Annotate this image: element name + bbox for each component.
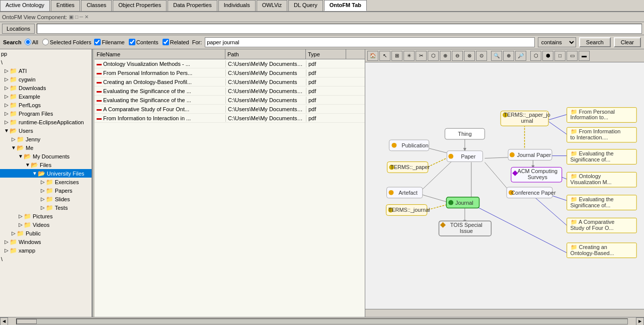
file-list-header: FileName Path Type: [95, 49, 365, 59]
locations-label[interactable]: Locations: [2, 24, 35, 34]
graph-btn-tool6[interactable]: ⊙: [476, 51, 487, 61]
graph-btn-export1[interactable]: ⬡: [530, 51, 541, 61]
pdf-icon: ▬: [97, 88, 102, 94]
graph-btn-view2[interactable]: ▭: [567, 51, 578, 61]
radio-all[interactable]: All: [25, 39, 38, 45]
graph-toolbar: 🏠 ↖ ⊞ ✳ ✂ ⬡ ⊕ ⊖ ⊗ ⊙ 🔍 ⊕ 🔎 ⬡ ⬢ □ ▭ ▬: [365, 49, 644, 62]
graph-btn-view1[interactable]: □: [554, 51, 566, 61]
tab-dl-query[interactable]: DL Query: [288, 0, 323, 11]
tree-item-jenny[interactable]: ▷ 📁 Jenny: [0, 135, 92, 143]
table-row[interactable]: ▬ A Comparative Study of Four Ont... C:\…: [95, 105, 365, 114]
check-related[interactable]: Related: [163, 39, 189, 45]
table-row[interactable]: ▬ Ontology Visualization Methods - ... C…: [95, 59, 365, 68]
tab-owlviz[interactable]: OWLViz: [257, 0, 287, 11]
svg-point-29: [510, 152, 515, 157]
svg-text:TERMS::_paper_jo: TERMS::_paper_jo: [504, 112, 550, 118]
table-row[interactable]: ▬ Evaluating the Significance of the ...…: [95, 96, 365, 105]
check-contents[interactable]: Contents: [129, 39, 158, 45]
svg-text:Publication: Publication: [401, 142, 428, 148]
contains-select[interactable]: contains starts with ends with equals: [538, 37, 576, 47]
tree-item-papers[interactable]: ▷ 📁 Papers: [0, 186, 92, 195]
tree-item-program-files[interactable]: ▷ 📁 Program Files: [0, 109, 92, 118]
table-row[interactable]: ▬ From Information to Interaction in ...…: [95, 114, 365, 123]
table-row[interactable]: ▬ Evaluating the Significance of the ...…: [95, 87, 365, 96]
radio-selected-folders[interactable]: Selected Folders: [42, 39, 92, 45]
scrollbar-track[interactable]: [16, 318, 628, 324]
file-list-panel: FileName Path Type ▬ Ontology Visualizat…: [95, 49, 365, 317]
check-filename[interactable]: Filename: [94, 39, 124, 45]
file-tree-panel: pp \ ▷ 📁 ATI ▷ 📁 cygwin ▷ 📁 Downloads ▷: [0, 49, 92, 317]
tree-item-me[interactable]: ▼ 📂 Me: [0, 143, 92, 152]
graph-btn-tool4[interactable]: ⊖: [452, 51, 463, 61]
tree-item-videos[interactable]: ▷ 📁 Videos: [0, 220, 92, 229]
tab-entities[interactable]: Entities: [51, 0, 80, 11]
tree-item-ati[interactable]: ▷ 📁 ATI: [0, 66, 92, 75]
graph-btn-tool3[interactable]: ⊕: [440, 51, 451, 61]
scroll-left-arrow[interactable]: ◀: [0, 317, 8, 326]
tree-item-files[interactable]: ▼ 📂 Files: [0, 160, 92, 169]
tab-object-properties[interactable]: Object Properties: [113, 0, 167, 11]
tab-individuals[interactable]: Individuals: [218, 0, 256, 11]
table-row[interactable]: ▬ Creating an Ontology-Based Profil... C…: [95, 77, 365, 87]
graph-area[interactable]: Thing Publication Paper Journal Paper: [365, 62, 644, 309]
tab-ontofm[interactable]: OntoFM Tab: [324, 0, 367, 11]
top-bar: OntoFM View Component: ▣ □ ─ ✕: [0, 12, 644, 22]
tree-item-xampp[interactable]: ▷ 📁 xampp: [0, 246, 92, 255]
tree-item-windows[interactable]: ▷ 📁 Windows: [0, 237, 92, 246]
tree-item-downloads[interactable]: ▷ 📁 Downloads: [0, 84, 92, 92]
pdf-icon: ▬: [97, 115, 102, 121]
tab-bar: Active Ontology Entities Classes Object …: [0, 0, 644, 12]
tree-item-pp[interactable]: pp: [0, 49, 92, 58]
svg-text:Surveys: Surveys: [528, 174, 548, 180]
tree-item-perflogs[interactable]: ▷ 📁 PerfLogs: [0, 101, 92, 109]
search-button[interactable]: Search: [579, 37, 611, 47]
tab-classes[interactable]: Classes: [81, 0, 112, 11]
tree-item-runtime[interactable]: ▷ 📁 runtime-EclipseApplication: [0, 118, 92, 126]
tree-item-public[interactable]: ▷ 📁 Public: [0, 229, 92, 237]
graph-btn-home[interactable]: 🏠: [367, 51, 378, 61]
svg-text:ACM Computing: ACM Computing: [517, 168, 557, 174]
pdf-icon: ▬: [97, 70, 102, 75]
pdf-icon: ▬: [97, 79, 102, 85]
graph-btn-zoom-out[interactable]: 🔎: [515, 51, 526, 61]
svg-text:Paper: Paper: [461, 153, 475, 159]
svg-text:Visualization M...: Visualization M...: [571, 179, 612, 185]
tree-item-university-files[interactable]: ▼ 📂 University Files: [0, 169, 92, 178]
graph-btn-tool1[interactable]: ✂: [416, 51, 427, 61]
tree-item-example[interactable]: ▷ 📁 Example: [0, 92, 92, 101]
svg-point-26: [448, 154, 453, 159]
tab-data-properties[interactable]: Data Properties: [168, 0, 217, 11]
tree-item-cygwin[interactable]: ▷ 📁 cygwin: [0, 75, 92, 84]
graph-btn-zoom-in[interactable]: 🔍: [491, 51, 502, 61]
graph-btn-view3[interactable]: ▬: [579, 51, 590, 61]
graph-btn-tool2[interactable]: ⬡: [428, 51, 439, 61]
scrollbar-thumb[interactable]: [17, 319, 37, 324]
tree-item-pictures[interactable]: ▷ 📁 Pictures: [0, 212, 92, 220]
tree-item-my-documents[interactable]: ▼ 📂 My Documents: [0, 152, 92, 160]
scroll-right-arrow[interactable]: ▶: [636, 317, 644, 326]
graph-btn-layout2[interactable]: ✳: [404, 51, 415, 61]
graph-btn-layout1[interactable]: ⊞: [391, 51, 403, 61]
tree-item-backslash-2[interactable]: \: [0, 255, 92, 263]
tree-item-exercises[interactable]: ▷ 📁 Exercises: [0, 178, 92, 186]
svg-text:Ontology-Based...: Ontology-Based...: [571, 250, 614, 256]
graph-status-bar: [365, 309, 644, 317]
svg-text:Study of Four O...: Study of Four O...: [571, 225, 614, 231]
tree-item-backslash-1[interactable]: \: [0, 58, 92, 66]
tab-active-ontology[interactable]: Active Ontology: [0, 0, 50, 11]
tree-item-slides[interactable]: ▷ 📁 Slides: [0, 195, 92, 203]
clear-button[interactable]: Clear: [614, 37, 641, 47]
tree-item-tests[interactable]: ▷ 📁 Tests: [0, 203, 92, 212]
graph-btn-zoom-fit[interactable]: ⊕: [503, 51, 514, 61]
table-row[interactable]: ▬ From Personal Information to Pers... C…: [95, 68, 365, 77]
graph-btn-cursor[interactable]: ↖: [379, 51, 390, 61]
search-input[interactable]: [205, 37, 535, 47]
graph-btn-tool5[interactable]: ⊗: [464, 51, 475, 61]
svg-text:TOIS Special: TOIS Special: [450, 222, 482, 228]
col-header-path: Path: [225, 49, 306, 59]
svg-text:Information to...: Information to...: [571, 114, 609, 120]
tree-item-users[interactable]: ▼ 📂 Users: [0, 126, 92, 135]
svg-text:Significance of...: Significance of...: [571, 156, 611, 162]
col-header-filename: FileName: [95, 49, 225, 59]
graph-btn-export2[interactable]: ⬢: [542, 51, 553, 61]
